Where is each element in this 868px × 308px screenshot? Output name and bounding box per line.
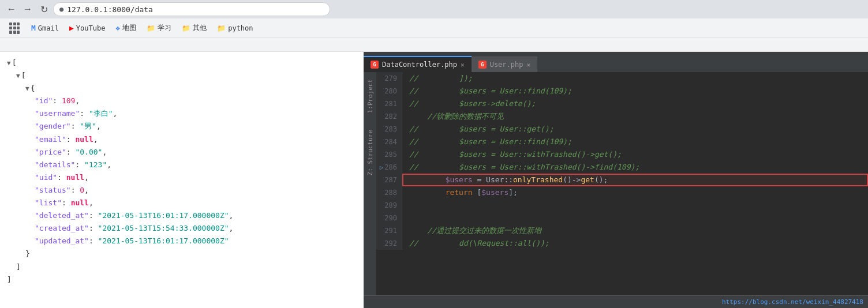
status-bar: https://blog.csdn.net/weixin_44827418 [364,295,868,308]
bookmark-gmail[interactable]: M Gmail [27,21,63,35]
line-number-291: 291 [376,224,402,237]
editor-panel: G DataController.php ✕ G User.php ✕ 1:Pr… [364,52,868,308]
file-icon-user: G [478,61,487,69]
line-content-284: // $users = User::find(109); [402,136,868,148]
code-line-280: 280 // $users = User::find(109); [376,85,868,97]
side-strip: 1:Project Z: Structure [364,72,376,295]
bookmark-map[interactable]: ❖ 地图 [111,21,141,35]
line-content-279: // ]); [402,72,868,85]
line-content-281: // $users->delete(); [402,97,868,110]
tab-datacontroller-close[interactable]: ✕ [461,61,465,69]
folder-icon-python: 📁 [217,24,226,32]
json-field-uid: "uid": null, [7,171,357,184]
json-line: ▼[ [7,69,357,82]
line-number-279: 279 [376,72,402,85]
titlebar: ← → ↻ ● 127.0.0.1:8000/data [0,0,868,18]
code-area[interactable]: 279 // ]); 280 // $users = User::find(10… [376,72,868,295]
json-field-id: "id": 109, [7,95,357,107]
bookmark-youtube-label: YouTube [76,24,106,32]
address-bar[interactable]: ● 127.0.0.1:8000/data [53,2,330,16]
url-text: 127.0.0.1:8000/data [67,5,153,14]
line-content-282: //软删除的数据不可见 [402,110,868,123]
line-number-288: 288 [376,186,402,199]
json-line: ▼[ [7,57,357,69]
tab-datacontroller[interactable]: G DataController.php ✕ [364,56,472,72]
code-line-279: 279 // ]); [376,72,868,85]
apps-icon [9,22,21,34]
collapse-arrow[interactable]: ▼ [16,72,20,80]
tab-user-close[interactable]: ✕ [526,61,530,69]
main-layout: ▼[ ▼[ ▼{ "id": 109, "username": "李白", "g… [0,52,868,308]
json-field-updated-at: "updated_at": "2021-05-13T16:01:17.00000… [7,235,357,247]
map-icon: ❖ [115,24,120,32]
youtube-icon: ▶ [69,24,74,32]
project-panel-label[interactable]: 1:Project [365,77,375,116]
code-line-283: 283 // $users = User::get(); [376,123,868,136]
line-content-288: return [$users]; [402,186,868,199]
editor-body: 1:Project Z: Structure 279 // ]); 280 //… [364,72,868,295]
bookmark-python-label: python [228,24,253,32]
code-line-285: 285 // $users = User::withTrashed()->get… [376,148,868,161]
bookmark-study[interactable]: 📁 学习 [142,21,176,35]
folder-icon-study: 📁 [147,24,155,32]
tab-user[interactable]: G User.php ✕ [472,57,537,72]
line-number-280: 280 [376,85,402,97]
line-content-291: //通过提交过来的数据一次性新增 [402,224,868,237]
line-content-285: // $users = User::withTrashed()->get(); [402,148,868,161]
line-number-289: 289 [376,199,402,212]
line-number-292: 292 [376,237,402,250]
json-field-list: "list": null, [7,197,357,209]
line-number-284: 284 [376,136,402,148]
line-content-283: // $users = User::get(); [402,123,868,136]
json-field-gender: "gender": "男", [7,120,357,133]
gmail-icon: M [31,24,36,32]
line-number-283: 283 [376,123,402,136]
json-field-email: "email": null, [7,133,357,146]
collapse-arrow[interactable]: ▼ [25,85,29,92]
reload-button[interactable]: ↻ [37,2,51,16]
browser-chrome: ← → ↻ ● 127.0.0.1:8000/data M Gmail ▶ Yo… [0,0,868,52]
line-number-282: 282 [376,110,402,123]
editor-tabs: G DataController.php ✕ G User.php ✕ [364,52,868,72]
bookmark-youtube[interactable]: ▶ YouTube [65,21,110,35]
bookmark-apps[interactable] [5,20,25,36]
bookmark-other-label: 其他 [193,23,207,33]
collapse-arrow[interactable]: ▼ [7,59,11,67]
json-field-details: "details": "123", [7,159,357,171]
code-line-291: 291 //通过提交过来的数据一次性新增 [376,224,868,237]
code-line-288: 288 return [$users]; [376,186,868,199]
line-number-290: 290 [376,212,402,224]
status-link[interactable]: https://blog.csdn.net/weixin_44827418 [722,298,863,306]
folder-icon-other: 📁 [182,24,190,32]
bookmark-study-label: 学习 [158,23,171,33]
line-number-287: 287 [376,174,402,186]
code-line-292: 292 // dd(\Request::all()); [376,237,868,250]
forward-button[interactable]: → [21,2,35,16]
line-number-286: ▷286 [376,161,402,174]
back-button[interactable]: ← [5,2,18,16]
file-icon-datacontroller: G [371,61,379,69]
code-line-282: 282 //软删除的数据不可见 [376,110,868,123]
line-number-281: 281 [376,97,402,110]
json-panel: ▼[ ▼[ ▼{ "id": 109, "username": "李白", "g… [0,52,364,308]
line-content-290 [402,212,868,224]
json-line: } [7,247,357,260]
line-content-289 [402,199,868,212]
structure-panel-label[interactable]: Z: Structure [365,127,375,178]
json-line: ] [7,273,357,286]
bookmark-python[interactable]: 📁 python [212,22,257,35]
gutter-icon-286: ▷ [380,164,384,171]
tab-datacontroller-label: DataController.php [382,61,457,69]
line-number-285: 285 [376,148,402,161]
json-field-deleted-at: "deleted_at": "2021-05-13T16:01:17.00000… [7,209,357,222]
code-line-287: 287 $users = User::onlyTrashed()->get(); [376,174,868,186]
json-field-username: "username": "李白", [7,107,357,120]
json-line: ] [7,261,357,273]
code-line-290: 290 [376,212,868,224]
code-line-284: 284 // $users = User::find(109); [376,136,868,148]
json-line: ▼{ [7,82,357,95]
code-line-286: ▷286 // $users = User::withTrashed()->fi… [376,161,868,174]
line-content-286: // $users = User::withTrashed()->find(10… [402,161,868,174]
bookmark-other[interactable]: 📁 其他 [177,21,211,35]
line-content-287: $users = User::onlyTrashed()->get(); [402,174,868,186]
